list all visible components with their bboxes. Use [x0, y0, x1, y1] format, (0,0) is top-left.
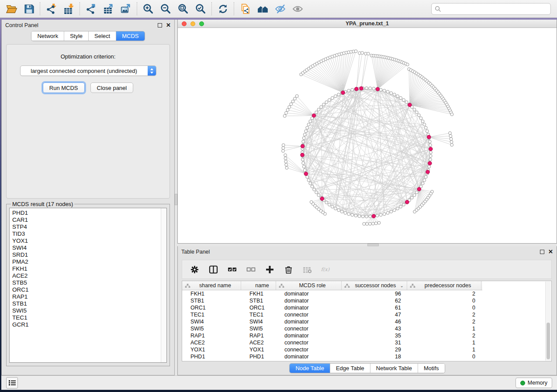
tab-mcds[interactable]: MCDS: [116, 31, 144, 41]
result-node-item[interactable]: TID3: [12, 230, 166, 237]
table-row[interactable]: ACE2ACE2connector311: [182, 339, 551, 346]
first-neighbors-button[interactable]: [254, 1, 271, 16]
tab-style[interactable]: Style: [64, 31, 89, 41]
tab-edge-table[interactable]: Edge Table: [330, 364, 370, 373]
tab-select[interactable]: Select: [89, 31, 116, 41]
result-node-item[interactable]: STP4: [12, 224, 166, 230]
zoom-in-icon: [142, 3, 154, 15]
save-session-button[interactable]: [20, 1, 38, 16]
refresh-button[interactable]: [214, 1, 232, 16]
toolbar-separator: [234, 2, 234, 15]
select-all-button[interactable]: [227, 264, 237, 275]
table-row[interactable]: PHD1PHD1dominator180: [182, 353, 551, 360]
tab-motifs[interactable]: Motifs: [418, 364, 445, 373]
criterion-dropdown[interactable]: largest connected component (undirected): [20, 65, 156, 76]
network-canvas[interactable]: [178, 28, 557, 243]
delete-table-button: [302, 264, 312, 275]
deselect-all-button[interactable]: [246, 264, 256, 275]
import-table-button[interactable]: [60, 1, 77, 16]
table-row[interactable]: STB1STB1dominator620: [182, 297, 551, 304]
column-header-successor-nodes[interactable]: successor nodes⌄: [342, 281, 407, 290]
network-graph[interactable]: [178, 28, 557, 243]
result-list-scrollbar[interactable]: [161, 208, 166, 362]
zoom-in-button[interactable]: [139, 1, 157, 16]
close-panel-icon[interactable]: ✕: [166, 23, 171, 28]
close-panel-icon[interactable]: ✕: [548, 250, 553, 254]
cell-successor-nodes: 61: [342, 305, 407, 311]
tab-node-table[interactable]: Node Table: [290, 364, 330, 373]
float-panel-icon[interactable]: [540, 250, 544, 254]
result-node-item[interactable]: SWI5: [12, 307, 166, 314]
result-node-item[interactable]: ORC1: [12, 286, 166, 293]
table-row[interactable]: ORC1ORC1dominator610: [182, 304, 551, 311]
function-builder-button: f(x): [321, 264, 331, 275]
memory-button[interactable]: Memory: [515, 378, 552, 388]
fx-icon: f(x): [321, 265, 331, 274]
clone-network-button[interactable]: [236, 1, 254, 16]
column-header-MCDS-role[interactable]: MCDS role: [276, 281, 342, 290]
zoom-fit-button[interactable]: [174, 1, 192, 16]
table-row[interactable]: RAP1RAP1dominator352: [182, 332, 551, 339]
scrollbar-thumb[interactable]: [547, 323, 550, 359]
delete-columns-button[interactable]: [283, 264, 294, 275]
table-scrollbar[interactable]: [545, 282, 551, 361]
result-node-item[interactable]: GCR1: [12, 321, 166, 328]
horizontal-splitter[interactable]: [177, 244, 557, 246]
app-main: Control Panel ✕ NetworkStyleSelectMCDS O…: [1, 18, 557, 390]
import-network-button[interactable]: [42, 1, 60, 16]
table-row[interactable]: SWI5SWI5connector431: [182, 325, 551, 332]
result-node-item[interactable]: ACE2: [12, 272, 166, 279]
cell-MCDS-role: dominator: [276, 305, 342, 311]
vertical-splitter[interactable]: [175, 20, 177, 375]
float-panel-icon[interactable]: [158, 23, 162, 28]
result-node-item[interactable]: SWI4: [12, 244, 166, 251]
cell-MCDS-role: dominator: [276, 354, 342, 360]
search-input[interactable]: [443, 6, 547, 12]
cell-MCDS-role: connector: [276, 340, 342, 346]
export-image-button[interactable]: [117, 1, 135, 16]
table-row[interactable]: TEC1TEC1connector472: [182, 311, 551, 318]
result-node-item[interactable]: SRD1: [12, 251, 166, 258]
splitter-grip[interactable]: [367, 244, 379, 246]
result-node-item[interactable]: STB5: [12, 279, 166, 286]
node-table[interactable]: shared namenameMCDS rolesuccessor nodes⌄…: [182, 281, 552, 361]
splitter-grip[interactable]: [175, 194, 177, 205]
settings-button[interactable]: [189, 264, 200, 275]
result-node-item[interactable]: PHD1: [12, 210, 166, 217]
result-node-item[interactable]: TEC1: [12, 314, 166, 321]
zoom-out-button[interactable]: [157, 1, 174, 16]
hide-selected-button[interactable]: [271, 1, 289, 16]
tab-network[interactable]: Network: [31, 31, 64, 41]
result-node-item[interactable]: FKH1: [12, 265, 166, 272]
create-column-button[interactable]: [264, 264, 275, 275]
result-node-item[interactable]: PMA2: [12, 258, 166, 265]
result-node-item[interactable]: RAP1: [12, 293, 166, 300]
export-table-button[interactable]: [100, 1, 117, 16]
table-row[interactable]: YOX1YOX1connector291: [182, 346, 551, 353]
column-header-predecessor-nodes[interactable]: predecessor nodes: [407, 281, 481, 290]
table-row[interactable]: SWI4SWI4dominator462: [182, 318, 551, 325]
result-node-item[interactable]: CAR1: [12, 217, 166, 224]
close-window-icon[interactable]: [182, 21, 187, 26]
tab-network-table[interactable]: Network Table: [370, 364, 418, 373]
mcds-result-list[interactable]: PHD1CAR1STP4TID3YOX1SWI4SRD1PMA2FKH1ACE2…: [9, 208, 167, 363]
show-all-button[interactable]: [289, 1, 306, 16]
cell-MCDS-role: dominator: [276, 298, 342, 304]
column-header-name[interactable]: name: [241, 281, 276, 290]
cell-name: RAP1: [241, 333, 276, 339]
maximize-window-icon[interactable]: [199, 21, 204, 26]
result-node-item[interactable]: STB1: [12, 300, 166, 307]
export-network-button[interactable]: [82, 1, 100, 16]
cell-shared-name: SWI4: [182, 319, 241, 325]
minimize-window-icon[interactable]: [190, 21, 195, 26]
close-panel-button[interactable]: Close panel: [90, 83, 134, 93]
open-file-button[interactable]: [3, 1, 20, 16]
zoom-selected-button[interactable]: [192, 1, 209, 16]
search-box[interactable]: [431, 3, 551, 15]
column-header-shared-name[interactable]: shared name: [182, 281, 241, 290]
run-mcds-button[interactable]: Run MCDS: [43, 83, 85, 93]
show-columns-button[interactable]: [208, 264, 218, 275]
task-history-button[interactable]: [6, 377, 18, 389]
result-node-item[interactable]: YOX1: [12, 237, 166, 244]
table-row[interactable]: FKH1FKH1dominator962: [182, 290, 551, 297]
